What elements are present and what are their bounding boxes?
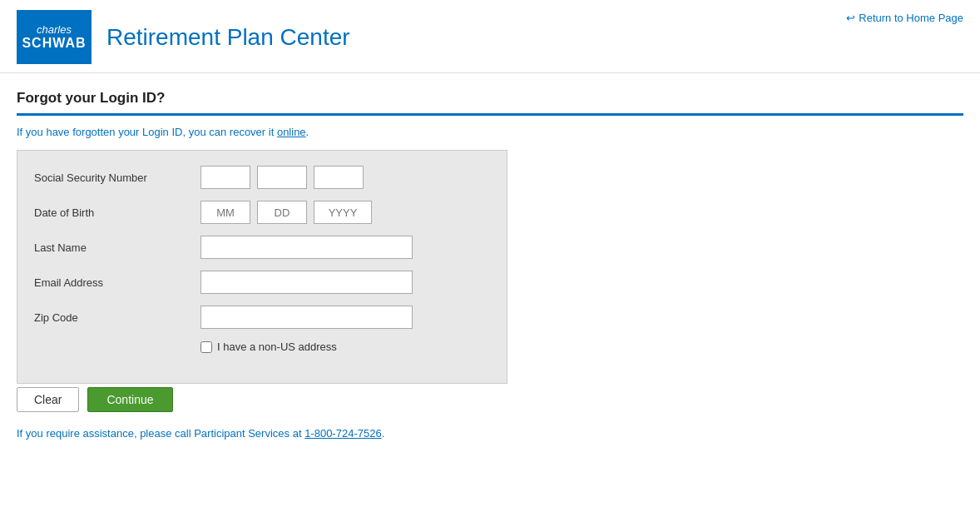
non-us-label: I have a non-US address: [217, 341, 337, 353]
dob-year-input[interactable]: [314, 201, 372, 224]
info-text-suffix: .: [306, 126, 309, 138]
clear-button[interactable]: Clear: [17, 387, 79, 412]
page-title: Retirement Plan Center: [106, 24, 350, 51]
dob-day-input[interactable]: [257, 201, 307, 224]
last-name-label: Last Name: [34, 241, 200, 254]
last-name-input[interactable]: [200, 236, 413, 259]
schwab-logo: charles SCHWAB: [17, 10, 92, 64]
blue-divider: [17, 113, 963, 116]
ssn-input-3[interactable]: [314, 166, 364, 189]
email-label: Email Address: [34, 276, 200, 289]
buttons-row: Clear Continue: [17, 387, 963, 412]
dob-label: Date of Birth: [34, 206, 200, 219]
page-heading: Forgot your Login ID?: [17, 90, 963, 107]
email-input[interactable]: [200, 271, 413, 294]
last-name-fields: [200, 236, 413, 259]
zip-fields: [200, 306, 413, 329]
footer-text-suffix: .: [382, 427, 385, 440]
email-row: Email Address: [34, 271, 490, 294]
back-arrow-icon: ↩: [846, 12, 855, 24]
phone-link[interactable]: 1-800-724-7526: [304, 427, 382, 440]
phone-number: 1-800-724-7526: [304, 427, 382, 440]
dob-month-input[interactable]: [200, 201, 250, 224]
non-us-checkbox-row: I have a non-US address: [200, 341, 490, 353]
info-text: If you have forgotten your Login ID, you…: [17, 126, 963, 138]
page-header: charles SCHWAB Retirement Plan Center ↩ …: [0, 0, 980, 73]
non-us-checkbox[interactable]: [200, 341, 212, 353]
dob-row: Date of Birth: [34, 201, 490, 224]
ssn-input-2[interactable]: [257, 166, 307, 189]
logo-schwab: SCHWAB: [22, 36, 86, 51]
email-fields: [200, 271, 413, 294]
zip-input[interactable]: [200, 306, 413, 329]
zip-label: Zip Code: [34, 311, 200, 324]
return-home-label: Return to Home Page: [859, 12, 963, 24]
ssn-input-1[interactable]: [200, 166, 250, 189]
logo-charles: charles: [37, 24, 72, 36]
page-content: Forgot your Login ID? If you have forgot…: [0, 73, 980, 456]
dob-fields: [200, 201, 372, 224]
info-text-prefix: If you have forgotten your Login ID, you…: [17, 126, 277, 138]
ssn-row: Social Security Number: [34, 166, 490, 189]
return-home-link[interactable]: ↩ Return to Home Page: [846, 12, 963, 24]
continue-button[interactable]: Continue: [87, 387, 172, 412]
ssn-label: Social Security Number: [34, 172, 200, 184]
last-name-row: Last Name: [34, 236, 490, 259]
zip-row: Zip Code: [34, 306, 490, 329]
ssn-fields: [200, 166, 364, 189]
online-link[interactable]: online: [277, 126, 306, 138]
footer-text-prefix: If you require assistance, please call P…: [17, 427, 304, 440]
footer-note: If you require assistance, please call P…: [17, 427, 963, 440]
form-panel: Social Security Number Date of Birth Las…: [17, 150, 507, 384]
